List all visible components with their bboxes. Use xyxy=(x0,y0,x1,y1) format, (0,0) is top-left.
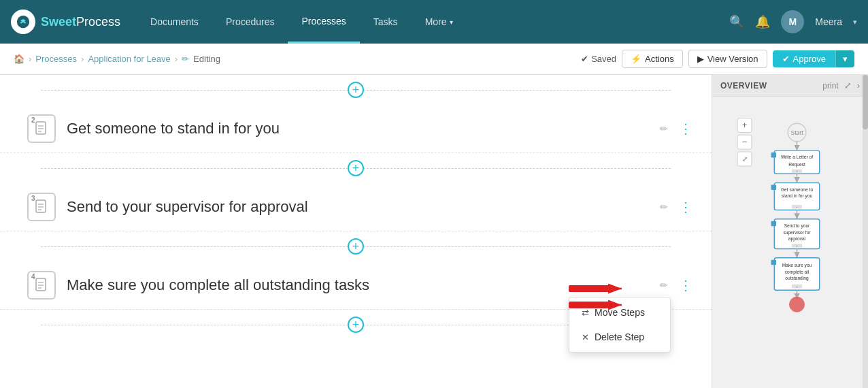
nav-procedures[interactable]: Procedures xyxy=(212,0,288,44)
step-3-more-button[interactable]: ⋮ xyxy=(673,196,698,218)
nav-tasks[interactable]: Tasks xyxy=(360,0,412,44)
step-2-edit-icon[interactable]: ✏ xyxy=(660,123,668,134)
step-row[interactable]: 2 Get someone to stand in for you ✏ ⋮ xyxy=(0,105,712,153)
eye-icon: ▶ xyxy=(697,54,704,64)
step-row[interactable]: 3 Send to your supervisor for approval ✏… xyxy=(0,183,712,231)
view-version-button[interactable]: ▶ View Version xyxy=(688,50,767,68)
avatar[interactable]: M xyxy=(781,10,804,33)
svg-rect-1 xyxy=(36,122,46,134)
svg-rect-9 xyxy=(36,278,46,291)
overview-content: + − ⤢ Start Write a Letter of Request + xyxy=(712,97,868,388)
user-name[interactable]: Meera xyxy=(815,16,842,27)
search-icon[interactable]: 🔍 xyxy=(729,14,744,29)
add-step-button-4[interactable]: + xyxy=(348,317,364,333)
collapse-icon[interactable]: › xyxy=(857,80,860,91)
step-icon-3: 3 xyxy=(27,193,56,221)
svg-text:Start: Start xyxy=(790,129,803,136)
approve-dropdown-button[interactable]: ▾ xyxy=(835,50,854,67)
svg-text:stand in for you: stand in for you xyxy=(781,193,812,199)
step-icon-4: 4 xyxy=(27,271,56,300)
page-breadcrumb-link[interactable]: Application for Leave xyxy=(88,54,170,64)
svg-point-59 xyxy=(789,297,805,312)
step-2-more-button[interactable]: ⋮ xyxy=(673,118,698,140)
step-3-title: Send to your supervisor for approval xyxy=(67,198,654,216)
step-num-2: 2 xyxy=(31,116,35,124)
svg-rect-52 xyxy=(771,260,776,265)
delete-step-label: Delete Step xyxy=(595,332,644,342)
svg-text:approval: approval xyxy=(788,236,805,242)
step-2-title: Get someone to stand in for you xyxy=(67,120,654,138)
svg-rect-17 xyxy=(569,302,610,308)
svg-rect-44 xyxy=(771,221,776,227)
sep2: › xyxy=(81,54,84,64)
overview-controls: print ⤢ › xyxy=(822,80,860,91)
svg-text:+: + xyxy=(796,244,798,248)
flowchart-svg: + − ⤢ Start Write a Letter of Request + xyxy=(729,113,852,372)
edit-pencil-icon: ✏ xyxy=(182,54,189,64)
svg-text:Send to your: Send to your xyxy=(784,223,809,229)
step-4-edit-icon[interactable]: ✏ xyxy=(660,280,668,291)
home-link[interactable]: 🏠 xyxy=(14,54,24,64)
logo[interactable]: SweetProcess xyxy=(11,10,120,34)
sep1: › xyxy=(29,54,31,64)
check-approve-icon: ✔ xyxy=(782,54,790,64)
step-4-more-button[interactable]: ⋮ xyxy=(673,274,698,296)
overview-title: OVERVIEW xyxy=(720,81,767,91)
add-divider-2: + xyxy=(0,153,712,183)
add-divider-3: + xyxy=(0,231,712,261)
logo-icon xyxy=(11,10,35,34)
check-icon: ✔ xyxy=(581,54,588,64)
approve-chevron-icon: ▾ xyxy=(843,54,848,64)
svg-rect-5 xyxy=(36,200,46,212)
delete-icon: ✕ xyxy=(582,332,589,342)
svg-text:Request: Request xyxy=(788,162,805,167)
svg-rect-14 xyxy=(569,285,610,292)
svg-text:+: + xyxy=(796,285,798,289)
navbar: SweetProcess Documents Procedures Proces… xyxy=(0,0,868,44)
svg-text:Get someone to: Get someone to xyxy=(780,187,813,192)
step-icon-2: 2 xyxy=(27,114,56,143)
arrow-top-icon xyxy=(569,282,623,295)
svg-text:⤢: ⤢ xyxy=(741,155,747,163)
add-step-button-2[interactable]: + xyxy=(348,160,364,176)
more-chevron-icon: ▾ xyxy=(450,18,453,26)
add-divider-1: + xyxy=(0,75,712,105)
saved-button[interactable]: ✔ Saved xyxy=(581,54,616,64)
user-chevron-icon: ▾ xyxy=(853,18,857,27)
nav-documents[interactable]: Documents xyxy=(137,0,212,44)
svg-text:+: + xyxy=(741,120,747,130)
nav-processes[interactable]: Processes xyxy=(288,0,359,44)
actions-button[interactable]: ⚡ Actions xyxy=(622,50,683,68)
svg-text:outstanding: outstanding xyxy=(785,276,809,281)
breadcrumb-actions: ✔ Saved ⚡ Actions ▶ View Version ✔ Appro… xyxy=(581,50,854,68)
main-area: + 2 Get someone to stand in for you ✏ ⋮ … xyxy=(0,75,868,388)
svg-text:complete all: complete all xyxy=(784,270,809,275)
breadcrumb-bar: 🏠 › Processes › Application for Leave › … xyxy=(0,44,868,75)
logo-text: SweetProcess xyxy=(41,15,120,29)
scrollbar-track xyxy=(863,75,868,388)
breadcrumb: 🏠 › Processes › Application for Leave › … xyxy=(14,54,220,64)
scrollbar-thumb[interactable] xyxy=(863,75,868,129)
add-step-button-3[interactable]: + xyxy=(348,238,364,255)
nav-right: 🔍 🔔 M Meera ▾ xyxy=(729,10,857,33)
bell-icon[interactable]: 🔔 xyxy=(755,14,770,29)
overview-panel: OVERVIEW print ⤢ › + − ⤢ Start xyxy=(712,75,868,388)
approve-button-group: ✔ Approve ▾ xyxy=(773,50,854,67)
approve-button[interactable]: ✔ Approve xyxy=(773,50,835,67)
step-row[interactable]: 4 Make sure you complete all outstanding… xyxy=(0,261,712,310)
svg-text:Make sure you: Make sure you xyxy=(782,263,812,268)
delete-step-menu-item[interactable]: ✕ Delete Step xyxy=(569,325,670,349)
steps-area: + 2 Get someone to stand in for you ✏ ⋮ … xyxy=(0,75,712,388)
step-num-4: 4 xyxy=(31,273,35,280)
processes-breadcrumb-link[interactable]: Processes xyxy=(35,54,77,64)
step-num-3: 3 xyxy=(31,195,35,202)
add-step-button-1[interactable]: + xyxy=(348,82,364,98)
svg-text:+: + xyxy=(796,206,798,209)
svg-rect-29 xyxy=(771,152,776,158)
step-3-edit-icon[interactable]: ✏ xyxy=(660,201,668,212)
nav-more[interactable]: More ▾ xyxy=(412,0,467,44)
expand-icon[interactable]: ⤢ xyxy=(844,80,852,91)
svg-text:+: + xyxy=(796,169,798,173)
print-label[interactable]: print xyxy=(822,81,838,91)
sep3: › xyxy=(175,54,178,64)
